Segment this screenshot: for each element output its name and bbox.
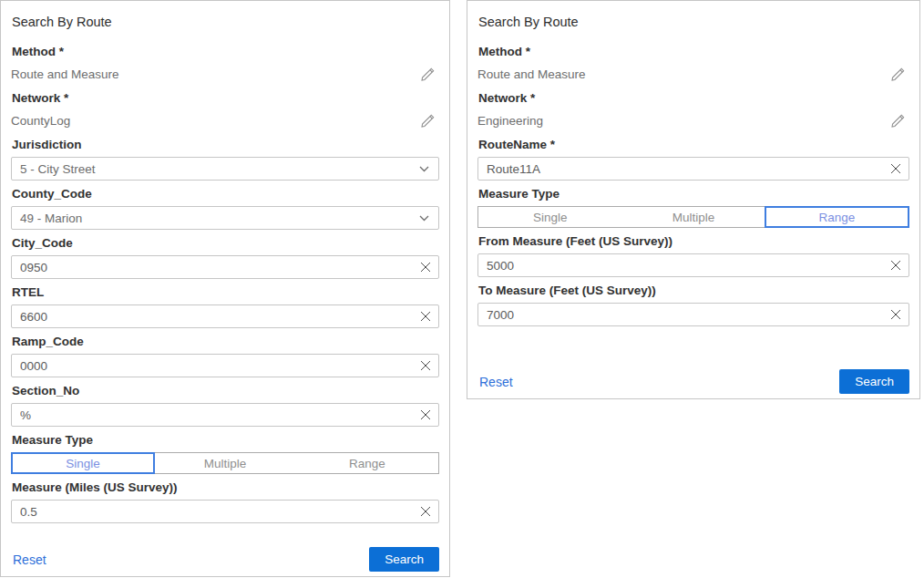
field-label-network: Network * xyxy=(478,90,909,107)
field-label-network: Network * xyxy=(12,90,438,107)
to-measure-field xyxy=(477,303,909,326)
measure-field xyxy=(11,500,439,523)
measure-type-segmented: Single Multiple Range xyxy=(11,452,439,474)
field-jurisdiction: Jurisdiction 5 - City Street xyxy=(11,137,439,181)
field-ramp-code: Ramp_Code xyxy=(11,334,439,377)
rtel-field xyxy=(11,304,439,328)
field-label-from-measure: From Measure (Feet (US Survey)) xyxy=(478,233,909,250)
search-by-route-panel-left: Search By Route Method * Route and Measu… xyxy=(0,0,450,577)
route-name-input[interactable] xyxy=(477,157,909,181)
panel-title: Search By Route xyxy=(478,15,909,30)
clear-icon[interactable] xyxy=(420,409,431,420)
field-label-to-measure: To Measure (Feet (US Survey)) xyxy=(478,283,909,299)
segment-single[interactable]: Single xyxy=(12,453,154,473)
rtel-input[interactable] xyxy=(11,304,439,328)
field-label-section-no: Section_No xyxy=(12,383,438,399)
segment-multiple[interactable]: Multiple xyxy=(154,453,296,473)
clear-icon[interactable] xyxy=(420,360,431,371)
field-label-method: Method * xyxy=(478,44,909,60)
clear-icon[interactable] xyxy=(890,309,901,320)
measure-input[interactable] xyxy=(11,500,439,523)
field-label-route-name: RouteName * xyxy=(478,137,909,153)
panel-title: Search By Route xyxy=(12,15,438,30)
city-code-field xyxy=(11,255,439,279)
field-value-row: CountyLog xyxy=(11,110,439,130)
field-measure-type: Measure Type Single Multiple Range xyxy=(11,432,439,474)
edit-pencil-icon[interactable] xyxy=(890,113,909,129)
field-label-rtel: RTEL xyxy=(12,284,438,301)
field-rtel: RTEL xyxy=(11,284,439,328)
field-from-measure: From Measure (Feet (US Survey)) xyxy=(477,233,909,277)
county-code-select[interactable]: 49 - Marion xyxy=(11,206,439,230)
field-label-method: Method * xyxy=(12,44,438,60)
jurisdiction-select[interactable]: 5 - City Street xyxy=(11,157,439,181)
segment-range[interactable]: Range xyxy=(765,207,909,227)
field-label-county-code: County_Code xyxy=(12,186,438,202)
chevron-down-icon xyxy=(419,215,429,222)
field-to-measure: To Measure (Feet (US Survey)) xyxy=(477,283,909,326)
field-county-code: County_Code 49 - Marion xyxy=(11,186,439,230)
field-label-measure-type: Measure Type xyxy=(12,432,438,449)
chevron-down-icon xyxy=(419,166,429,172)
field-value-row: Route and Measure xyxy=(11,64,439,84)
field-value-row: Engineering xyxy=(477,110,909,130)
field-route-name: RouteName * xyxy=(477,137,909,181)
panel-footer: Reset Search xyxy=(11,547,439,572)
reset-link[interactable]: Reset xyxy=(13,552,46,567)
search-button[interactable]: Search xyxy=(839,369,909,394)
select-value: 5 - City Street xyxy=(20,162,96,176)
segment-single[interactable]: Single xyxy=(478,207,621,227)
field-measure-type: Measure Type Single Multiple Range xyxy=(477,186,909,228)
clear-icon[interactable] xyxy=(420,506,431,517)
page: Search By Route Method * Route and Measu… xyxy=(0,0,924,578)
city-code-input[interactable] xyxy=(11,255,439,279)
field-value-row: Route and Measure xyxy=(477,64,909,84)
clear-icon[interactable] xyxy=(420,262,431,273)
field-network: Network * CountyLog xyxy=(11,90,439,130)
search-by-route-panel-right: Search By Route Method * Route and Measu… xyxy=(467,0,920,399)
panel-footer: Reset Search xyxy=(477,369,909,394)
field-label-measure-type: Measure Type xyxy=(478,186,909,202)
clear-icon[interactable] xyxy=(420,311,431,322)
field-method: Method * Route and Measure xyxy=(477,44,909,84)
clear-icon[interactable] xyxy=(890,163,901,174)
from-measure-field xyxy=(477,253,909,277)
segment-multiple[interactable]: Multiple xyxy=(621,207,765,227)
measure-type-segmented: Single Multiple Range xyxy=(477,206,909,228)
section-no-field xyxy=(11,403,439,427)
network-value: CountyLog xyxy=(11,114,70,128)
field-network: Network * Engineering xyxy=(477,90,909,130)
select-value: 49 - Marion xyxy=(20,212,82,225)
edit-pencil-icon[interactable] xyxy=(420,113,439,129)
field-label-measure: Measure (Miles (US Survey)) xyxy=(12,480,438,496)
section-no-input[interactable] xyxy=(11,403,439,427)
method-value: Route and Measure xyxy=(477,67,586,81)
ramp-code-input[interactable] xyxy=(11,354,439,377)
field-label-jurisdiction: Jurisdiction xyxy=(12,137,438,153)
network-value: Engineering xyxy=(477,114,543,128)
field-measure: Measure (Miles (US Survey)) xyxy=(11,480,439,523)
edit-pencil-icon[interactable] xyxy=(890,67,909,82)
edit-pencil-icon[interactable] xyxy=(420,67,439,82)
segment-range[interactable]: Range xyxy=(296,453,438,473)
clear-icon[interactable] xyxy=(890,260,901,271)
from-measure-input[interactable] xyxy=(477,253,909,277)
reset-link[interactable]: Reset xyxy=(479,375,513,389)
route-name-field xyxy=(477,157,909,181)
field-method: Method * Route and Measure xyxy=(11,44,439,84)
ramp-code-field xyxy=(11,354,439,377)
field-city-code: City_Code xyxy=(11,235,439,279)
field-label-ramp-code: Ramp_Code xyxy=(12,334,438,350)
to-measure-input[interactable] xyxy=(477,303,909,326)
method-value: Route and Measure xyxy=(11,67,119,81)
search-button[interactable]: Search xyxy=(369,547,439,572)
field-section-no: Section_No xyxy=(11,383,439,427)
field-label-city-code: City_Code xyxy=(12,235,438,252)
